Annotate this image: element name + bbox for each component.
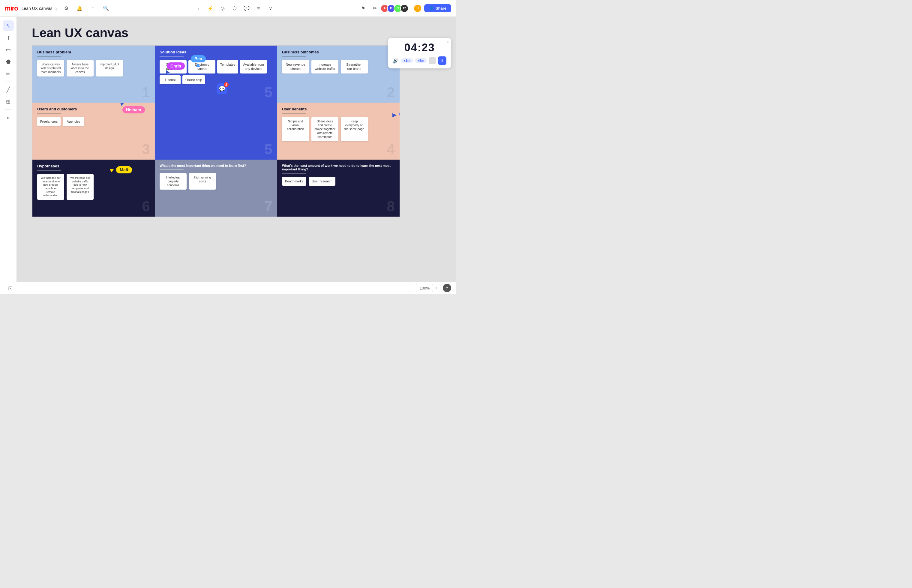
sticky-hypotheses-2[interactable]: We increase our website traffic due to n… (66, 174, 94, 200)
more-tools[interactable]: » (3, 112, 14, 123)
document-title[interactable]: Lean UX canvas ☆ (22, 6, 58, 11)
sadie-cursor-arrow: ▶ (392, 112, 397, 118)
sticky-freelancers[interactable]: Freelancers (37, 117, 61, 126)
sticky-new-revenue[interactable]: New revenue stream (282, 60, 309, 73)
zoom-in-button[interactable]: + (432, 284, 441, 292)
cell8-underline (160, 169, 184, 170)
cell6-underline (282, 113, 306, 114)
cell7-underline (37, 170, 61, 171)
cell-solution-ideas-bottom: Mae ▶ 5 (155, 103, 277, 160)
cell6-label: User benefits (282, 107, 395, 111)
shape-tool[interactable]: ⬟ (3, 57, 14, 67)
chris-label: Chris (167, 62, 185, 69)
search-icon[interactable]: 🔍 (101, 3, 111, 13)
lux-canvas: Lean UX canvas 💬 2 Bea ▶ Chris ▶ Hisham … (32, 26, 447, 276)
sticky-hypotheses-1[interactable]: We increase our revenue due to new produ… (37, 174, 64, 200)
timer-sound-icon[interactable]: 🔊 (393, 58, 399, 64)
sticky-user-research[interactable]: User research (309, 177, 336, 186)
select-tool[interactable]: ↖ (3, 20, 14, 31)
timer-add5-button[interactable]: +5m (415, 58, 426, 63)
upload-icon[interactable]: ↑ (88, 3, 97, 13)
toolbar-separator-2 (5, 110, 12, 110)
cell1-label: Business problem (37, 50, 150, 54)
sticky-online-help[interactable]: Online help (182, 75, 205, 84)
chat-icon[interactable]: 💬 2 (216, 83, 228, 94)
topbar-right: ⚑ ✏ A B C 12 U 👤 Share (358, 3, 451, 13)
cell7-label: Hypotheses (37, 164, 150, 168)
cell3-stickies: New revenue stream Increase website traf… (282, 60, 395, 73)
sticky-tutorial[interactable]: Tutorial (160, 75, 181, 84)
sticky-available-any[interactable]: Available from any devices (240, 60, 267, 73)
sticky-share-ideas[interactable]: Share ideas and create project together … (312, 117, 338, 141)
cell1-stickies: Share canvas with distributed team membe… (37, 60, 150, 76)
share-button[interactable]: 👤 Share (424, 4, 451, 12)
left-toolbar: ↖ T ▭ ⬟ ✏ ╱ ⊞ » ↺ (0, 17, 17, 294)
canvas-grid: Business problem Share canvas with distr… (32, 45, 400, 217)
timer-add1-button[interactable]: +1m (401, 58, 413, 63)
frame-tool[interactable]: ⊞ (3, 96, 14, 107)
current-user-avatar: U (413, 4, 422, 13)
cell-most-important: What's the most important thing we need … (155, 160, 277, 216)
chat-bubble[interactable]: 💬 2 (216, 83, 228, 94)
cell4-number: 3 (142, 142, 150, 157)
filter-icon[interactable]: ⚑ (358, 3, 368, 13)
sticky-simple-visual[interactable]: Simple and visual collaboration (282, 117, 309, 141)
cell-least-work: What's the least amount of work we need … (277, 160, 400, 216)
cell9-number: 8 (387, 199, 395, 213)
cell-business-problem: Business problem Share canvas with distr… (32, 45, 155, 103)
comment-icon[interactable]: 💬 (242, 3, 252, 13)
star-icon[interactable]: ☆ (54, 6, 58, 11)
cell5-number: 5 (264, 142, 273, 157)
back-icon[interactable]: ‹ (194, 3, 203, 13)
sticky-tool[interactable]: ▭ (3, 44, 14, 55)
toolbar-center: ‹ ⚡ ◎ ⬡ 💬 ≡ ∨ (114, 3, 354, 13)
app-logo: miro (5, 5, 18, 12)
cell2-label: Solution ideas (160, 50, 273, 54)
cell7-stickies: We increase our revenue due to new produ… (37, 174, 150, 200)
sticky-increase-traffic[interactable]: Increase website traffic (312, 60, 338, 73)
list-icon[interactable]: ≡ (254, 3, 263, 13)
settings-icon[interactable]: ⚙ (61, 3, 71, 13)
canvas-area[interactable]: × 04:23 🔊 +1m +5m ⏸ Lean UX canvas 💬 2 B… (17, 17, 456, 282)
bottom-left: ⊡ (5, 283, 16, 294)
chat-badge: 2 (224, 82, 229, 87)
text-tool[interactable]: T (3, 32, 14, 43)
cell6-stickies: Simple and visual collaboration Share id… (282, 117, 395, 141)
zoom-controls: − 100% + ? (409, 282, 451, 294)
timer-display: 04:23 (404, 41, 435, 54)
lightning-icon[interactable]: ⚡ (206, 3, 215, 13)
sticky-share-canvas[interactable]: Share canvas with distributed team membe… (37, 60, 64, 76)
pages-icon[interactable]: ⊡ (5, 283, 16, 294)
sticky-access-canvas[interactable]: Always have access to the canvas (66, 60, 94, 76)
matt-label: Matt (116, 166, 132, 173)
reactions-icon[interactable]: ✏ (370, 3, 380, 13)
sticky-templates[interactable]: Templates (217, 60, 238, 73)
cell6-number: 4 (387, 142, 395, 157)
collaborator-avatars: A B C 12 (382, 4, 408, 13)
frame-icon[interactable]: ⬡ (230, 3, 239, 13)
sticky-benchmarks[interactable]: Benchmarks (282, 177, 306, 186)
timer-icon[interactable]: ◎ (218, 3, 228, 13)
help-button[interactable]: ? (443, 284, 451, 292)
timer-stop-button[interactable] (429, 57, 436, 64)
sadie-cursor: ▶ Sadie (392, 111, 400, 118)
zoom-out-button[interactable]: − (409, 284, 417, 292)
zoom-level-display: 100% (420, 286, 429, 291)
sticky-high-running-costs[interactable]: High running costs (189, 173, 216, 190)
pen-tool[interactable]: ✏ (3, 68, 14, 79)
timer-pause-button[interactable]: ⏸ (438, 57, 446, 65)
sticky-agencies[interactable]: Agencies (63, 117, 84, 126)
more-icon[interactable]: ∨ (266, 3, 275, 13)
cell-user-benefits: User benefits Simple and visual collabor… (277, 103, 400, 160)
bottom-bar: ⊡ − 100% + ? (0, 282, 456, 294)
cell3-number: 2 (387, 85, 395, 100)
sadie-label: Sadie (399, 110, 400, 118)
sticky-strengthen-brand[interactable]: Strengthen our brand (341, 60, 368, 73)
sticky-improve-uiux[interactable]: Improve UI/UX design (96, 60, 123, 76)
notifications-icon[interactable]: 🔔 (75, 3, 84, 13)
line-tool[interactable]: ╱ (3, 84, 14, 95)
timer-close-button[interactable]: × (446, 40, 449, 44)
cell2-stickies-row2: Tutorial Online help (160, 75, 273, 84)
sticky-keep-everybody[interactable]: Keep everybody on the same page (341, 117, 368, 141)
sticky-ip-concerns[interactable]: Intellectual property concerns (160, 173, 187, 190)
